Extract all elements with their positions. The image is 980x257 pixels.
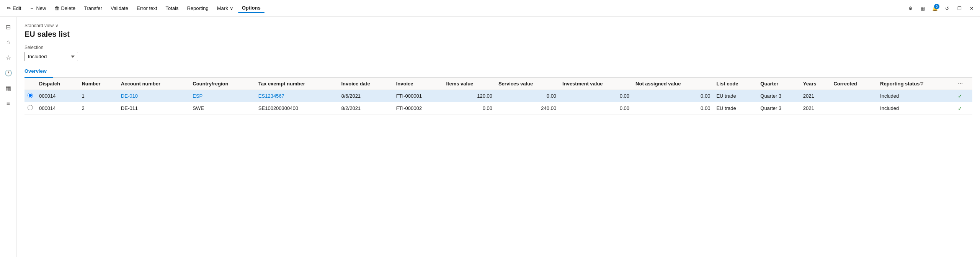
validate-button[interactable]: Validate [107, 4, 132, 13]
th-list-code: List code [713, 78, 757, 90]
options-button[interactable]: Options [238, 3, 265, 13]
error-text-button[interactable]: Error text [133, 4, 161, 13]
tabs: Overview [24, 66, 972, 78]
cell-years: 2021 [800, 102, 831, 115]
sidebar-table-icon[interactable]: ▦ [2, 81, 15, 95]
th-services-value: Services value [495, 78, 559, 90]
transfer-button[interactable]: Transfer [80, 4, 106, 13]
th-corrected: Corrected [830, 78, 877, 90]
filter-label: Selection [24, 45, 972, 50]
mark-chevron-icon: ∨ [230, 5, 234, 11]
view-selector-label: Standard view [24, 23, 54, 28]
window-controls: ⚙ ▦ 🔔 0 ↺ ❐ ✕ [905, 3, 977, 14]
sidebar-clock-icon[interactable]: 🕐 [2, 66, 15, 80]
view-selector-chevron: ∨ [55, 23, 59, 28]
th-tax-exempt-number: Tax exempt number [255, 78, 338, 90]
th-select [24, 78, 36, 90]
settings-button[interactable]: ⚙ [905, 3, 916, 14]
reporting-button[interactable]: Reporting [183, 4, 212, 13]
th-years: Years [800, 78, 831, 90]
table-row[interactable]: 0000141DE-010ESPES12345678/6/2021FTI-000… [24, 90, 972, 102]
cell-dispatch: 000014 [36, 90, 78, 102]
sidebar-home-icon[interactable]: ⌂ [2, 35, 15, 49]
panel-toggle-button[interactable]: ▦ [917, 3, 928, 14]
th-not-assigned-value: Not assigned value [632, 78, 713, 90]
tab-overview[interactable]: Overview [24, 66, 53, 78]
cell-tax_exempt_number[interactable]: ES1234567 [255, 90, 338, 102]
filter-section: Selection Included All Not included Corr… [24, 45, 972, 61]
cell-invoice_date: 8/6/2021 [338, 90, 393, 102]
sidebar-list-icon[interactable]: ≡ [2, 97, 15, 110]
notification-badge: 0 [934, 4, 939, 9]
th-account-number: Account number [118, 78, 189, 90]
th-quarter: Quarter [757, 78, 800, 90]
panel-icon: ▦ [921, 6, 925, 11]
th-investment-value: Investment value [559, 78, 632, 90]
restore-button[interactable]: ❐ [954, 3, 965, 14]
delete-button[interactable]: 🗑 Delete [51, 4, 79, 13]
restore-icon: ❐ [957, 6, 962, 11]
cell-list_code: EU trade [713, 90, 757, 102]
page-title: EU sales list [24, 30, 972, 39]
cell-list_code: EU trade [713, 102, 757, 115]
cell-country_region: SWE [189, 102, 255, 115]
table-body: 0000141DE-010ESPES12345678/6/2021FTI-000… [24, 90, 972, 115]
data-table: Dispatch Number Account number Country/r… [24, 78, 972, 115]
checkmark-icon: ✓ [958, 105, 962, 111]
cell-invoice: FTI-000002 [393, 102, 443, 115]
row-radio[interactable] [28, 93, 33, 98]
cell-investment_value: 0.00 [559, 102, 632, 115]
table-row[interactable]: 0000142DE-011SWESE1002003004008/2/2021FT… [24, 102, 972, 115]
close-button[interactable]: ✕ [966, 3, 977, 14]
refresh-icon: ↺ [945, 6, 949, 11]
th-more-options[interactable]: ⋯ [955, 78, 972, 90]
th-number: Number [78, 78, 118, 90]
cell-quarter: Quarter 3 [757, 90, 800, 102]
refresh-button[interactable]: ↺ [942, 3, 952, 14]
cell-invoice: FTI-000001 [393, 90, 443, 102]
th-reporting-status: Reporting status ▽ [877, 78, 955, 90]
th-country-region: Country/region [189, 78, 255, 90]
row-radio[interactable] [28, 105, 33, 110]
main-content: Standard view ∨ EU sales list Selection … [17, 17, 980, 257]
toolbar: ✏ Edit ＋ New 🗑 Delete Transfer Validate … [0, 0, 980, 17]
more-options-icon[interactable]: ⋯ [958, 81, 963, 87]
cell-corrected [830, 90, 877, 102]
delete-icon: 🗑 [54, 5, 59, 11]
cell-number: 2 [78, 102, 118, 115]
cell-items_value: 0.00 [443, 102, 495, 115]
cell-reporting_status: Included [877, 102, 955, 115]
cell-not_assigned_value: 0.00 [632, 102, 713, 115]
view-selector[interactable]: Standard view ∨ [24, 23, 972, 28]
edit-button[interactable]: ✏ Edit [3, 4, 25, 13]
new-button[interactable]: ＋ New [26, 3, 50, 13]
cell-quarter: Quarter 3 [757, 102, 800, 115]
sidebar-filter-icon[interactable]: ⊟ [2, 20, 15, 34]
cell-services_value: 0.00 [495, 90, 559, 102]
edit-icon: ✏ [7, 5, 11, 11]
cell-number: 1 [78, 90, 118, 102]
cell-checkmark: ✓ [955, 102, 972, 115]
selection-dropdown[interactable]: Included All Not included Corrected [24, 52, 78, 61]
cell-country_region[interactable]: ESP [189, 90, 255, 102]
cell-account_number[interactable]: DE-010 [118, 90, 189, 102]
cell-years: 2021 [800, 90, 831, 102]
sidebar-star-icon[interactable]: ☆ [2, 51, 15, 64]
cell-corrected [830, 102, 877, 115]
settings-icon: ⚙ [908, 6, 913, 11]
close-icon: ✕ [970, 6, 973, 11]
mark-button[interactable]: Mark ∨ [213, 4, 237, 13]
th-invoice: Invoice [393, 78, 443, 90]
cell-dispatch: 000014 [36, 102, 78, 115]
cell-tax_exempt_number: SE100200300400 [255, 102, 338, 115]
th-dispatch: Dispatch [36, 78, 78, 90]
table-header-row: Dispatch Number Account number Country/r… [24, 78, 972, 90]
th-items-value: Items value [443, 78, 495, 90]
th-invoice-date: Invoice date [338, 78, 393, 90]
cell-invoice_date: 8/2/2021 [338, 102, 393, 115]
cell-not_assigned_value: 0.00 [632, 90, 713, 102]
filter-icon: ▽ [920, 82, 923, 86]
checkmark-icon: ✓ [958, 93, 962, 99]
totals-button[interactable]: Totals [162, 4, 182, 13]
cell-investment_value: 0.00 [559, 90, 632, 102]
